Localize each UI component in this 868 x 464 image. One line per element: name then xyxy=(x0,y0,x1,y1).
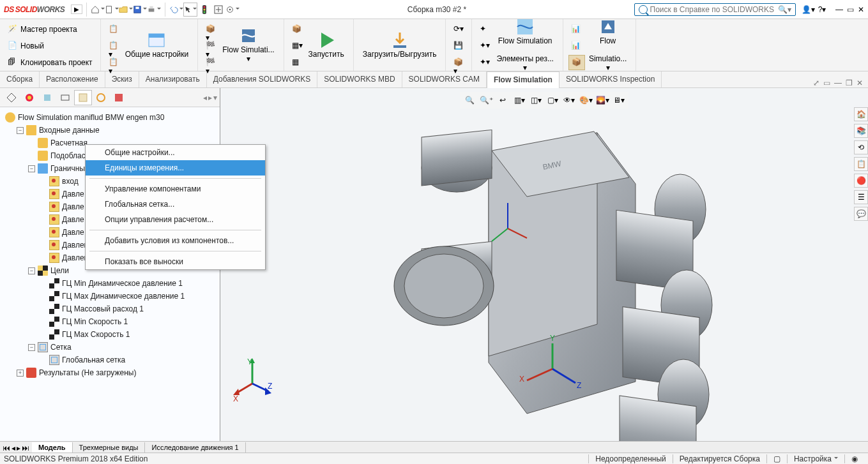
tab-flow-simulation[interactable]: Flow Simulation xyxy=(487,71,560,88)
rs-i[interactable]: 📦 xyxy=(568,55,585,70)
tab-mbd[interactable]: SOLIDWORKS MBD xyxy=(317,71,402,87)
context-menu-item[interactable]: Управление компонентами xyxy=(86,181,265,197)
prev-view-icon[interactable]: ↩ xyxy=(496,93,510,107)
flow-results-button[interactable]: Flow SimulationЭлементы рез...▾ xyxy=(492,22,558,68)
ribbon-small-5[interactable]: 🏁▾ xyxy=(203,38,218,54)
tree-root[interactable]: Flow Simulation maniflud BMW engen m30 xyxy=(4,111,217,124)
rs-h[interactable]: 📊 xyxy=(568,38,584,54)
options-icon[interactable] xyxy=(225,3,240,17)
zoom-area-icon[interactable]: 🔍⁺ xyxy=(479,93,493,107)
window-minimize[interactable]: — xyxy=(835,5,843,14)
menu-expander[interactable]: ▶ xyxy=(71,4,82,14)
panel-prev[interactable]: ◂ xyxy=(203,93,207,102)
new-file-icon[interactable] xyxy=(105,3,119,17)
hide-show-icon[interactable]: 👁▾ xyxy=(562,93,576,107)
status-units[interactable]: ◉ xyxy=(844,454,864,463)
panel-tab-display[interactable] xyxy=(20,90,38,105)
taskpane-appear-icon[interactable]: 🔴 xyxy=(854,174,868,188)
taskpane-lib-icon[interactable]: 📚 xyxy=(854,124,868,138)
load-unload-button[interactable]: Загрузить/Выгрузить xyxy=(359,22,441,68)
panel-tab-flow-tree[interactable] xyxy=(74,90,92,105)
rebuild-icon[interactable] xyxy=(211,3,225,17)
display-style-icon[interactable]: ▢▾ xyxy=(545,93,560,107)
rs-c[interactable]: 📦▾ xyxy=(451,55,466,70)
panel-tab-orientation[interactable] xyxy=(3,90,20,105)
doc-minimize[interactable]: — xyxy=(834,79,842,87)
doc-close[interactable]: ✕ xyxy=(857,79,863,87)
clone-project-button[interactable]: 🗐Клонировать проект xyxy=(5,55,95,70)
scene-icon[interactable]: 🌄▾ xyxy=(595,93,609,107)
user-icon[interactable]: 👤▾ xyxy=(801,3,815,17)
rs-e[interactable]: ✦▾ xyxy=(477,38,492,54)
tree-goal-item[interactable]: ГЦ Min Скорость 1 xyxy=(38,315,217,328)
taskpane-home-icon[interactable]: 🏠 xyxy=(854,107,868,121)
taskpane-custom-icon[interactable]: ☰ xyxy=(854,190,868,204)
save-icon[interactable] xyxy=(133,3,147,17)
tab-assembly[interactable]: Сборка xyxy=(0,71,40,87)
zoom-fit-icon[interactable]: 🔍 xyxy=(462,93,476,107)
ribbon-small-2[interactable]: 📋▾ xyxy=(106,38,121,54)
tab-layout[interactable]: Расположение xyxy=(40,71,105,87)
status-display-state[interactable]: ▢ xyxy=(766,454,787,463)
rs-g[interactable]: 📊 xyxy=(568,22,584,37)
rs-d[interactable]: ✦ xyxy=(477,22,492,37)
tree-goal-item[interactable]: ГЦ Массовый расход 1 xyxy=(38,303,217,315)
context-menu-item[interactable]: Общие настройки... xyxy=(86,145,265,160)
print-icon[interactable] xyxy=(147,3,161,17)
ribbon-small-3[interactable]: 📋▾ xyxy=(106,55,121,70)
view-triad[interactable]: Y X Z xyxy=(233,358,278,403)
tree-goal-item[interactable]: ГЦ Max Скорость 1 xyxy=(38,328,217,341)
ribbon-small-1[interactable]: 📋 xyxy=(106,22,121,37)
ribbon-small-6[interactable]: 🏁▾ xyxy=(203,55,218,70)
flow-sim-features-button[interactable]: Flow Simulati...▾ xyxy=(218,22,278,68)
tree-input-data[interactable]: −Входные данные xyxy=(15,124,217,137)
status-custom[interactable]: Настройка xyxy=(787,454,844,463)
ribbon-small-9[interactable]: ▦ xyxy=(289,55,305,70)
context-menu-item[interactable]: Глобальная сетка... xyxy=(86,197,265,212)
window-close[interactable]: ✕ xyxy=(858,5,864,14)
help-icon[interactable]: ?▾ xyxy=(815,3,829,17)
new-project-button[interactable]: 📄Новый xyxy=(5,38,95,54)
bottom-tab-motion[interactable]: Исследование движения 1 xyxy=(145,442,245,453)
flow-display-button[interactable]: FlowSimulatio...▾ xyxy=(585,22,630,68)
section-view-icon[interactable]: ▥▾ xyxy=(512,93,526,107)
panel-tab-extra1[interactable] xyxy=(92,90,110,105)
context-menu-item[interactable]: Добавить условия из компонентов... xyxy=(86,233,265,248)
tab-addins[interactable]: Добавления SOLIDWORKS xyxy=(207,71,318,87)
panel-tab-dim[interactable] xyxy=(56,90,74,105)
tab-sketch[interactable]: Эскиз xyxy=(105,71,139,87)
panel-tab-extra2[interactable] xyxy=(110,90,128,105)
undo-icon[interactable] xyxy=(169,3,183,17)
rs-a[interactable]: ⟳▾ xyxy=(451,22,466,37)
doc-expand-icon[interactable]: ⤢ xyxy=(813,79,819,87)
ribbon-small-7[interactable]: 📦 xyxy=(289,22,305,37)
traffic-light-icon[interactable] xyxy=(197,3,211,17)
panel-more[interactable]: ▾ xyxy=(213,93,217,102)
input-data-context-menu[interactable]: Общие настройки...Единицы измерения...Уп… xyxy=(85,144,266,270)
panel-tab-config[interactable] xyxy=(38,90,56,105)
taskpane-prop-icon[interactable]: 📋 xyxy=(854,157,868,171)
rs-f[interactable]: ✦▾ xyxy=(477,55,492,70)
taskpane-view-icon[interactable]: ⟲ xyxy=(854,140,868,154)
context-menu-item[interactable]: Единицы измерения... xyxy=(86,160,265,176)
tree-mesh-folder[interactable]: −Сетка xyxy=(27,341,217,354)
btab-prev[interactable]: ◂ xyxy=(11,444,15,453)
status-editing[interactable]: Редактируется Сборка xyxy=(673,454,766,463)
window-maximize[interactable]: ▭ xyxy=(847,5,854,14)
ribbon-small-8[interactable]: ▦▾ xyxy=(289,38,305,54)
help-search[interactable]: Поиск в Справке по SOLIDWORKS 🔍▾ xyxy=(634,3,796,16)
btab-last[interactable]: ⏭ xyxy=(22,444,29,453)
run-button[interactable]: Запустить xyxy=(305,22,348,68)
render-icon[interactable]: 🖥▾ xyxy=(612,93,626,107)
home-icon[interactable] xyxy=(91,3,105,17)
graphics-area[interactable]: 🔍 🔍⁺ ↩ ▥▾ ◫▾ ▢▾ 👁▾ 🎨▾ 🌄▾ 🖥▾ xyxy=(220,88,868,441)
appearance-icon[interactable]: 🎨▾ xyxy=(579,93,593,107)
select-icon[interactable] xyxy=(183,3,197,17)
btab-next[interactable]: ▸ xyxy=(17,444,20,453)
tree-goal-item[interactable]: ГЦ Min Динамическое давление 1 xyxy=(38,277,217,290)
tree-mesh-item[interactable]: Глобальная сетка xyxy=(38,354,217,366)
open-file-icon[interactable] xyxy=(119,3,133,17)
tree-results[interactable]: +Результаты (Не загружены) xyxy=(15,366,217,379)
bottom-tab-model[interactable]: Модель xyxy=(32,442,73,453)
status-underdefined[interactable]: Недоопределенный xyxy=(588,454,673,463)
